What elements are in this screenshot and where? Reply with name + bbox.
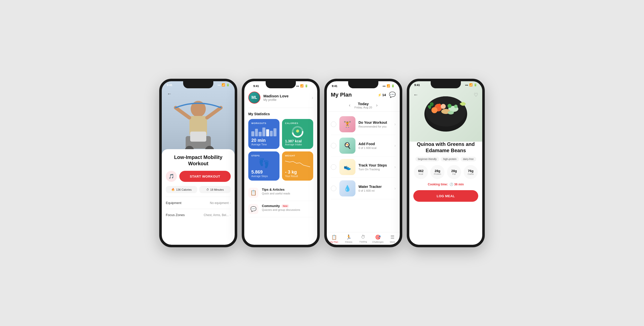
plan-title: My Plan — [331, 92, 352, 98]
protein-macro: 28g Protein — [430, 165, 445, 179]
svg-point-10 — [296, 130, 299, 133]
new-badge: New — [281, 204, 289, 208]
recipe-title: Quinoa with Greens and Edamame Beans — [413, 141, 478, 154]
status-icons: ▪▪▪ 📶 🔋 — [383, 84, 395, 88]
workout-thumbnail: 🏋️ — [339, 116, 355, 132]
profile-sub: My profile — [263, 98, 289, 102]
favorite-button[interactable]: ♡ — [474, 92, 478, 98]
steps-icon: 👣 — [251, 158, 276, 169]
back-button[interactable]: ← — [166, 90, 173, 97]
water-thumbnail: 💧 — [339, 180, 355, 196]
person-illustration — [171, 89, 226, 154]
chevron-right-icon: › — [230, 213, 231, 217]
my-plan-icon: 📋 — [331, 234, 337, 240]
plan-header-icons: ⚡ 14 💬 — [378, 92, 396, 98]
date-nav: ‹ Today Friday, Aug 20 › — [327, 100, 400, 112]
prev-date-button[interactable]: ‹ — [349, 103, 350, 108]
macro-row: 662 Kcal 28g Protein 28g Fat 76g Carbs — [413, 165, 478, 179]
status-time: 9:41 — [253, 85, 259, 88]
food-thumbnail: 🍳 — [339, 138, 355, 154]
svg-point-17 — [448, 104, 452, 108]
workout-stats: 🔥 136 Calories ⏱ 18 Minutes — [166, 186, 231, 193]
cooking-time: Cooking time: 🕐 36 min — [413, 183, 478, 186]
back-button[interactable]: ← — [413, 92, 418, 98]
profile-name: Madison Love — [263, 94, 289, 98]
tips-articles-item[interactable]: 📋 Tips & Articles Quick and useful reads — [248, 185, 313, 201]
tab-fitness[interactable]: 🏃 Fitness — [341, 234, 356, 243]
focus-zones-row[interactable]: Focus Zones Chest, Arms, Bel... › — [166, 211, 231, 219]
chevron-right-icon: › — [394, 186, 396, 191]
chevron-right-icon: › — [312, 95, 313, 100]
weight-card: WEIGHT - 3 kg Your Result — [282, 151, 313, 181]
steps-checkbox[interactable] — [331, 164, 336, 170]
tab-challenges[interactable]: 🎯 Challenges — [371, 234, 385, 243]
plan-header: My Plan ⚡ 14 💬 — [327, 89, 400, 100]
equipment-row[interactable]: Equipment No equipment › — [166, 199, 231, 207]
tips-icon: 📋 — [248, 188, 258, 198]
weight-chart — [285, 158, 310, 168]
next-date-button[interactable]: › — [376, 103, 378, 108]
flash-badge: ⚡ 14 — [378, 93, 386, 97]
water-checkbox[interactable] — [331, 186, 336, 191]
my-statistics-title: My Statistics — [248, 112, 313, 116]
status-time: 9:41 — [332, 85, 337, 88]
plan-items-list: 🏋️ Do Your Workout Recommended for you ›… — [327, 112, 400, 232]
svg-point-18 — [454, 105, 458, 108]
chevron-right-icon: › — [394, 122, 396, 127]
workout-content: Low-Impact Mobility Workout 🎵 START WORK… — [162, 149, 235, 222]
steps-thumbnail: 👟 — [339, 159, 355, 175]
minutes-stat: ⏱ 18 Minutes — [199, 186, 231, 193]
tab-my-plan[interactable]: 📋 My Plan — [327, 234, 341, 243]
food-bowl-illustration — [421, 86, 471, 137]
notch — [348, 81, 378, 88]
tag-protein: high-protein — [441, 157, 459, 161]
avatar: ML — [248, 92, 260, 104]
svg-point-15 — [441, 104, 446, 109]
calories-card: CALORIES 1.387 kcal Average Intake — [282, 119, 313, 149]
workout-plan-item[interactable]: 🏋️ Do Your Workout Recommended for you › — [331, 114, 396, 135]
notch — [431, 81, 461, 88]
svg-rect-7 — [190, 132, 206, 142]
start-workout-button[interactable]: START WORKOUT — [179, 171, 231, 182]
kcal-macro: 662 Kcal — [414, 165, 428, 179]
community-item[interactable]: 💬 Community New Quizzes and group discus… — [248, 201, 313, 217]
steps-plan-item[interactable]: 👟 Track Your Steps Turn On Tracking › — [331, 156, 396, 178]
profile-info: ML Madison Love My profile — [248, 92, 289, 104]
calories-stat: 🔥 136 Calories — [166, 186, 197, 193]
food-checkbox[interactable] — [331, 143, 336, 148]
challenges-icon: 🎯 — [375, 234, 381, 240]
steps-card: STEPS 👣 5.869 Average Steps — [248, 151, 279, 181]
svg-point-14 — [431, 107, 437, 113]
fasting-icon: ⏱ — [361, 234, 366, 240]
recipe-hero-image: 9:41 ▪▪▪ 📶 🔋 ← ♡ — [409, 81, 482, 142]
phone-statistics: 9:41 ▪▪▪ 📶 🔋 ML Madison Love My profile … — [242, 79, 320, 247]
tab-fasting[interactable]: ⏱ Fasting — [356, 234, 371, 243]
tab-bar: 📋 My Plan 🏃 Fitness ⏱ Fasting 🎯 Challeng… — [327, 232, 400, 245]
status-time: 9:41 — [414, 84, 420, 87]
recipe-tags: beginner-friendly high-protein dairy-fre… — [413, 157, 478, 161]
stats-grid: WORKOUTS 20 min Average Time — [248, 119, 313, 181]
fitness-icon: 🏃 — [346, 234, 351, 240]
music-button[interactable]: 🎵 — [166, 171, 177, 182]
message-icon[interactable]: 💬 — [389, 92, 396, 98]
phone-workout: 9:41 ▪▪▪ 📶 🔋 ← — [159, 79, 237, 247]
phone-my-plan: 9:41 ▪▪▪ 📶 🔋 My Plan ⚡ 14 💬 ‹ — [324, 79, 402, 247]
plan-screen: 9:41 ▪▪▪ 📶 🔋 My Plan ⚡ 14 💬 ‹ — [327, 81, 400, 245]
workout-checkbox[interactable] — [331, 121, 336, 127]
workouts-chart — [251, 126, 276, 136]
status-time: 9:41 — [167, 84, 172, 87]
workouts-card: WORKOUTS 20 min Average Time — [248, 119, 279, 149]
tag-beginner: beginner-friendly — [415, 157, 439, 161]
profile-row[interactable]: ML Madison Love My profile › — [248, 89, 313, 108]
water-plan-item[interactable]: 💧 Water Tracker 0 of 1 600 ml › — [331, 178, 396, 199]
notch — [183, 81, 213, 88]
log-meal-button[interactable]: LOG MEAL — [413, 190, 478, 202]
chevron-right-icon: › — [394, 143, 396, 148]
status-icons: ▪▪▪ 📶 🔋 — [465, 83, 477, 87]
food-plan-item[interactable]: 🍳 Add Food 0 of 1 600 kcal › — [331, 135, 396, 156]
svg-point-21 — [448, 111, 454, 114]
svg-point-20 — [438, 104, 441, 107]
svg-line-2 — [176, 108, 189, 118]
svg-line-3 — [207, 108, 221, 118]
tab-more[interactable]: ☰ More — [385, 234, 400, 243]
